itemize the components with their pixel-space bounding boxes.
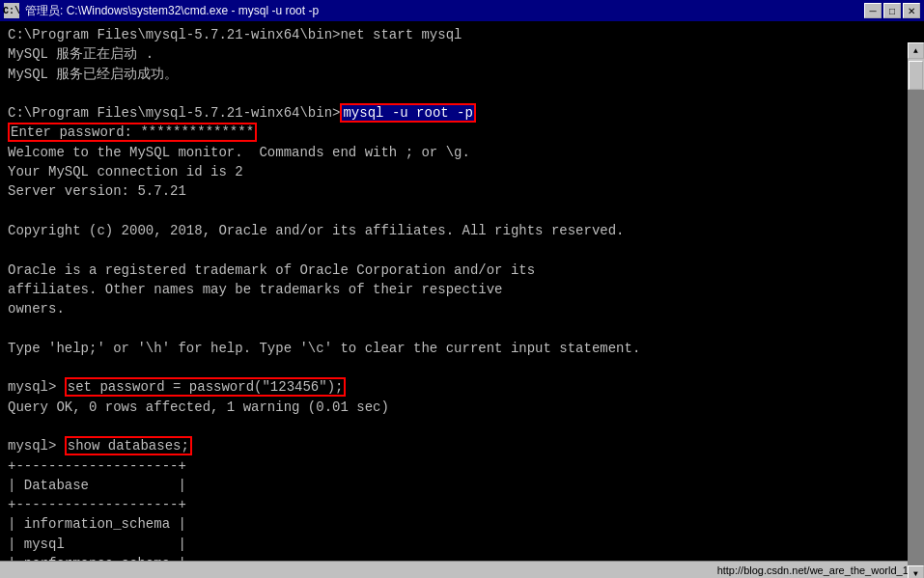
- terminal-line: [8, 417, 900, 436]
- terminal-line: mysql> show databases;: [8, 436, 900, 455]
- terminal-line: [8, 202, 900, 221]
- terminal-line: Enter password: **************: [8, 123, 900, 142]
- scroll-down-arrow[interactable]: ▼: [908, 565, 924, 578]
- terminal-line: Welcome to the MySQL monitor. Commands e…: [8, 143, 900, 162]
- terminal-line: [8, 358, 900, 377]
- scroll-up-arrow[interactable]: ▲: [908, 42, 924, 59]
- status-bar: http://blog.csdn.net/we_are_the_world_12…: [0, 561, 924, 578]
- password-highlight: Enter password: **************: [8, 123, 257, 142]
- terminal-line: owners.: [8, 299, 900, 318]
- terminal-line: C:\Program Files\mysql-5.7.21-winx64\bin…: [8, 103, 900, 123]
- close-button[interactable]: ✕: [903, 3, 920, 18]
- set-password-highlight: set password = password("123456");: [65, 377, 347, 397]
- terminal-line: +--------------------+: [8, 495, 900, 514]
- terminal-line: MySQL 服务正在启动 .: [8, 44, 900, 64]
- terminal-line: [8, 318, 900, 338]
- maximize-button[interactable]: □: [883, 3, 901, 18]
- scrollbar-thumb[interactable]: [909, 61, 923, 90]
- terminal-line: | mysql |: [8, 535, 900, 554]
- cmd-icon: C:\: [4, 3, 19, 18]
- scrollbar[interactable]: ▲ ▼: [908, 42, 924, 578]
- title-bar: C:\ 管理员: C:\Windows\system32\cmd.exe - m…: [0, 0, 924, 21]
- terminal-line: [8, 240, 900, 260]
- mysql-command-highlight: mysql -u root -p: [340, 103, 475, 123]
- terminal-line: [8, 84, 900, 103]
- status-bar-text: http://blog.csdn.net/we_are_the_world_12…: [717, 564, 920, 576]
- title-bar-buttons: ─ □ ✕: [864, 3, 920, 18]
- terminal-line: MySQL 服务已经启动成功。: [8, 65, 900, 84]
- terminal-line: | performance_schema |: [8, 554, 900, 561]
- title-bar-title: 管理员: C:\Windows\system32\cmd.exe - mysql…: [25, 3, 319, 19]
- terminal-line: Copyright (c) 2000, 2018, Oracle and/or …: [8, 221, 900, 240]
- terminal-line: affiliates. Other names may be trademark…: [8, 280, 900, 299]
- title-bar-left: C:\ 管理员: C:\Windows\system32\cmd.exe - m…: [4, 3, 319, 19]
- scrollbar-track: [908, 90, 924, 565]
- terminal-line: Query OK, 0 rows affected, 1 warning (0.…: [8, 398, 900, 417]
- terminal-line: C:\Program Files\mysql-5.7.21-winx64\bin…: [8, 25, 900, 44]
- terminal-line: Your MySQL connection id is 2: [8, 162, 900, 181]
- terminal-output: C:\Program Files\mysql-5.7.21-winx64\bin…: [0, 21, 908, 561]
- show-databases-highlight: show databases;: [65, 436, 192, 455]
- terminal-line: +--------------------+: [8, 456, 900, 476]
- terminal-line: Type 'help;' or '\h' for help. Type '\c'…: [8, 339, 900, 358]
- terminal-line: | information_schema |: [8, 514, 900, 534]
- terminal-line: | Database |: [8, 476, 900, 495]
- terminal-line: Oracle is a registered trademark of Orac…: [8, 261, 900, 280]
- minimize-button[interactable]: ─: [864, 3, 882, 18]
- terminal-line: Server version: 5.7.21: [8, 181, 900, 201]
- terminal-line: mysql> set password = password("123456")…: [8, 377, 900, 397]
